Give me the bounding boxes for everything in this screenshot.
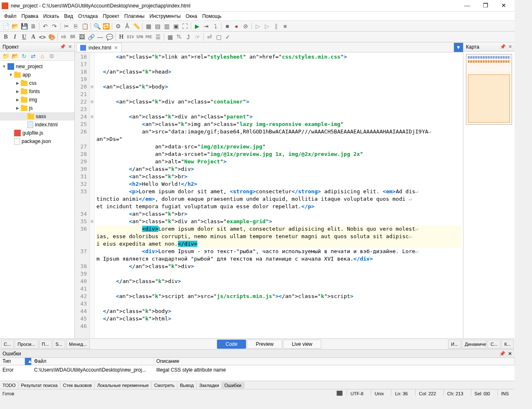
copy-icon[interactable]: ⎘ bbox=[71, 22, 80, 30]
view-code-button[interactable]: Code bbox=[217, 340, 246, 349]
tree-js[interactable]: ▶js bbox=[0, 104, 74, 112]
proj-home-icon[interactable]: ⌂ bbox=[38, 52, 47, 60]
menu-file[interactable]: Файл bbox=[2, 12, 19, 20]
code-editor[interactable]: 1617181920212223242526272829303132333435… bbox=[75, 52, 463, 338]
ftab-bookmarks[interactable]: Закладки bbox=[197, 382, 222, 389]
btab-3[interactable]: S... bbox=[53, 340, 66, 349]
replace-icon[interactable]: 🔁 bbox=[102, 22, 110, 30]
rbtab-1[interactable]: Динамиче... bbox=[462, 340, 487, 349]
view-preview-button[interactable]: Preview bbox=[247, 340, 282, 349]
close-button[interactable]: ✕ bbox=[495, 0, 513, 12]
menu-help[interactable]: Помощь bbox=[200, 12, 224, 20]
tree-gulp[interactable]: gulpfile.js bbox=[0, 129, 74, 137]
col-desc[interactable]: Описание bbox=[154, 358, 515, 365]
link-icon[interactable]: 🔗 bbox=[87, 33, 95, 41]
view-live-button[interactable]: Live view bbox=[283, 340, 321, 349]
editor-tab-index[interactable]: index.html ✕ bbox=[76, 43, 122, 52]
menu-view[interactable]: Вид bbox=[62, 12, 76, 20]
ftab-watch[interactable]: Смотреть bbox=[152, 382, 177, 389]
tree-app[interactable]: ▼app bbox=[0, 71, 74, 79]
pause-icon[interactable]: ‖ bbox=[272, 22, 280, 30]
minimap-pin-icon[interactable]: 📌 bbox=[500, 44, 506, 49]
status-eol[interactable]: Unix bbox=[371, 389, 387, 396]
rbtab-2[interactable]: С... bbox=[488, 340, 500, 349]
bold-icon[interactable]: B bbox=[2, 33, 10, 41]
ftab-search[interactable]: Результат поиска bbox=[19, 382, 61, 389]
tool-icon[interactable]: ⚙ bbox=[114, 22, 122, 30]
menu-plugins[interactable]: Плагины bbox=[122, 12, 147, 20]
toggle-icon[interactable]: ▦ bbox=[144, 22, 153, 30]
tab-close-icon[interactable]: ✕ bbox=[114, 45, 118, 51]
anchor-icon[interactable]: A bbox=[29, 33, 37, 41]
save-all-icon[interactable]: 🗎 bbox=[29, 22, 37, 30]
layout-icon[interactable]: ▥ bbox=[163, 22, 171, 30]
pre-icon[interactable]: PRE bbox=[145, 33, 153, 41]
maximize-button[interactable]: ❐ bbox=[476, 0, 495, 12]
window-icon[interactable]: ▤ bbox=[153, 22, 162, 30]
proj-refresh-icon[interactable]: ↻ bbox=[20, 52, 28, 60]
div-icon[interactable]: DIV bbox=[126, 33, 135, 41]
record-icon[interactable]: ● bbox=[232, 22, 241, 30]
errors-pin-icon[interactable]: 📌 bbox=[499, 351, 505, 357]
underline-icon[interactable]: U bbox=[20, 33, 28, 41]
proj-open-icon[interactable]: 📂 bbox=[11, 52, 19, 60]
errors-close-icon[interactable]: ✕ bbox=[508, 351, 512, 357]
entity-icon[interactable]: ✓ bbox=[224, 33, 232, 41]
tree-index[interactable]: index.html bbox=[0, 121, 74, 129]
btab-4[interactable]: Менед... bbox=[66, 340, 90, 349]
comment-icon[interactable]: 💬 bbox=[105, 33, 113, 41]
save-icon[interactable]: 💾 bbox=[20, 22, 28, 30]
rbtab-3[interactable]: К... bbox=[501, 340, 514, 349]
proj-settings-icon[interactable]: ⚙ bbox=[47, 52, 56, 60]
play-icon[interactable]: ▷ bbox=[254, 22, 262, 30]
stop2-icon[interactable]: ■ bbox=[281, 22, 289, 30]
hr-icon[interactable]: — bbox=[96, 33, 104, 41]
menu-edit[interactable]: Правка bbox=[19, 12, 41, 20]
cut-icon[interactable]: ✂ bbox=[62, 22, 71, 30]
tab-filter-icon[interactable]: ▼ bbox=[454, 43, 463, 52]
ftab-output[interactable]: Вывод bbox=[177, 382, 197, 389]
status-ln[interactable]: Ln: 36 bbox=[391, 389, 411, 396]
btab-0[interactable]: С... bbox=[1, 340, 14, 349]
proj-new-icon[interactable]: 📁 bbox=[2, 52, 10, 60]
paste-icon[interactable]: 📋 bbox=[81, 22, 89, 30]
status-ins[interactable]: INS bbox=[498, 389, 512, 396]
color-icon[interactable]: 🎨 bbox=[47, 33, 56, 41]
breakpoint-icon[interactable]: ⊘ bbox=[241, 22, 250, 30]
h1-icon[interactable]: H bbox=[117, 33, 126, 41]
minimap-close-icon[interactable]: ✕ bbox=[508, 44, 512, 49]
debug-step-icon[interactable]: ⇥ bbox=[202, 22, 210, 30]
undo-icon[interactable]: ↶ bbox=[41, 22, 49, 30]
btab-1[interactable]: Просм... bbox=[15, 340, 38, 349]
tree-root[interactable]: ▼new_project bbox=[0, 62, 74, 71]
tree-img[interactable]: ▶img bbox=[0, 96, 74, 104]
col-sort-icon[interactable]: ▲ bbox=[25, 358, 32, 365]
panel-close-icon[interactable]: ✕ bbox=[68, 44, 72, 49]
col-type[interactable]: Тип bbox=[0, 358, 25, 365]
ftab-locals[interactable]: Локальные переменные bbox=[95, 382, 152, 389]
image-icon[interactable]: 🖼 bbox=[78, 33, 86, 41]
minimap[interactable] bbox=[463, 52, 515, 338]
stop-icon[interactable]: ■ bbox=[223, 22, 232, 30]
br-icon[interactable]: BR bbox=[69, 33, 77, 41]
minimize-button[interactable]: — bbox=[458, 0, 476, 12]
code-content[interactable]: <an">class="k">link an">rel="stylesheet"… bbox=[95, 52, 463, 338]
italic-icon[interactable]: I bbox=[11, 33, 19, 41]
play2-icon[interactable]: ▷ bbox=[263, 22, 271, 30]
ftab-stack[interactable]: Стек вызовов bbox=[61, 382, 95, 389]
proj-sync-icon[interactable]: ⇄ bbox=[29, 52, 37, 60]
menu-windows[interactable]: Окна bbox=[183, 12, 200, 20]
span-icon[interactable]: SPN bbox=[135, 33, 144, 41]
tl-icon[interactable]: TL bbox=[175, 33, 183, 41]
nbsp-icon[interactable]: nb bbox=[59, 33, 68, 41]
menu-tools[interactable]: Инструменты bbox=[147, 12, 183, 20]
redo-icon[interactable]: ↷ bbox=[50, 22, 59, 30]
frame-icon[interactable]: ▢ bbox=[214, 33, 223, 41]
ftab-todo[interactable]: TODO bbox=[0, 382, 19, 389]
tag-icon[interactable]: <> bbox=[38, 33, 47, 41]
compass-icon[interactable]: Å bbox=[123, 22, 131, 30]
new-file-icon[interactable]: 📄 bbox=[2, 22, 10, 30]
tree-fonts[interactable]: ▶fonts bbox=[0, 87, 74, 96]
ftab-errors[interactable]: Ошибки bbox=[222, 382, 244, 389]
menu-debug[interactable]: Отладка bbox=[76, 12, 100, 20]
